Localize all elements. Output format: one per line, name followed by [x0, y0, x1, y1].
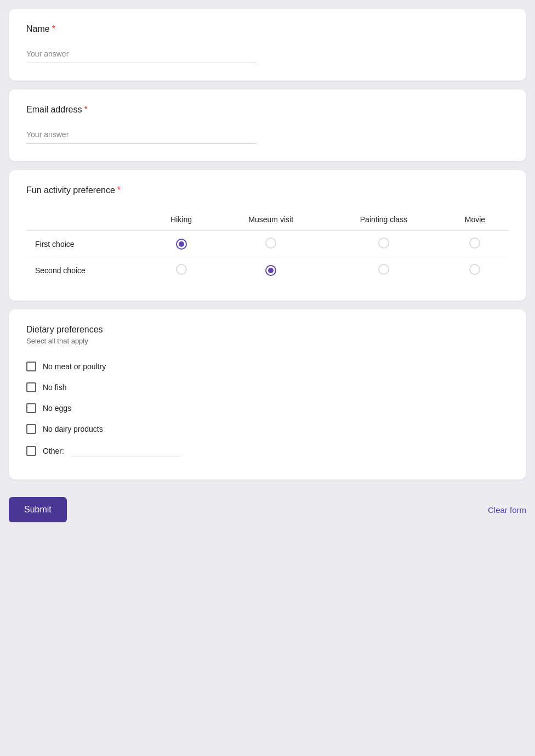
checkbox-item-other[interactable]: Other: [26, 439, 509, 462]
dietary-subtitle: Select all that apply [26, 337, 509, 345]
checkbox-item-dairy[interactable]: No dairy products [26, 419, 509, 439]
checkbox-other-label: Other: [43, 447, 64, 455]
col-empty [26, 208, 147, 231]
footer: Submit Clear form [9, 488, 526, 531]
checkbox-item-eggs[interactable]: No eggs [26, 398, 509, 419]
table-row-second-choice: Second choice [26, 257, 509, 284]
table-row-first-choice: First choice [26, 231, 509, 257]
name-input[interactable] [26, 47, 257, 63]
radio-second-museum[interactable] [215, 257, 326, 284]
name-required-star: * [52, 24, 55, 33]
checkbox-fish-label: No fish [43, 383, 67, 392]
dietary-card: Dietary preferences Select all that appl… [9, 309, 526, 479]
checkbox-meat-label: No meat or poultry [43, 362, 106, 371]
checkbox-dairy[interactable] [26, 424, 36, 434]
radio-first-museum[interactable] [215, 231, 326, 257]
radio-second-hiking-button[interactable] [176, 264, 187, 275]
activity-card: Fun activity preference* Hiking Museum v… [9, 170, 526, 301]
email-required-star: * [84, 105, 87, 114]
radio-second-painting-button[interactable] [378, 264, 389, 275]
checkbox-fish[interactable] [26, 382, 36, 392]
radio-second-hiking[interactable] [147, 257, 216, 284]
dietary-title: Dietary preferences [26, 325, 509, 335]
radio-second-painting[interactable] [326, 257, 441, 284]
radio-first-hiking[interactable] [147, 231, 216, 257]
col-painting: Painting class [326, 208, 441, 231]
name-label: Name* [26, 24, 509, 34]
radio-second-museum-button[interactable] [265, 265, 276, 276]
email-label: Email address* [26, 105, 509, 115]
form-container: Name* Email address* Fun activity prefer… [9, 9, 526, 531]
checkbox-meat[interactable] [26, 362, 36, 371]
checkbox-eggs-label: No eggs [43, 404, 71, 413]
checkbox-other[interactable] [26, 446, 36, 456]
name-label-text: Name [26, 24, 50, 33]
row-label-first: First choice [26, 231, 147, 257]
checkbox-eggs[interactable] [26, 403, 36, 413]
activity-label-text: Fun activity preference [26, 185, 115, 195]
activity-table: Hiking Museum visit Painting class Movie… [26, 208, 509, 283]
activity-required-star: * [117, 185, 121, 195]
col-movie: Movie [441, 208, 509, 231]
name-card: Name* [9, 9, 526, 81]
radio-second-movie-button[interactable] [469, 264, 480, 275]
radio-first-hiking-button[interactable] [176, 239, 187, 250]
checkbox-item-meat[interactable]: No meat or poultry [26, 356, 509, 377]
checkbox-item-fish[interactable]: No fish [26, 377, 509, 398]
radio-first-painting-button[interactable] [378, 238, 389, 249]
radio-second-movie[interactable] [441, 257, 509, 284]
email-card: Email address* [9, 89, 526, 161]
radio-first-painting[interactable] [326, 231, 441, 257]
radio-first-movie-button[interactable] [469, 238, 480, 249]
col-museum: Museum visit [215, 208, 326, 231]
radio-first-museum-button[interactable] [265, 238, 276, 249]
checkbox-dairy-label: No dairy products [43, 425, 103, 433]
activity-label: Fun activity preference* [26, 185, 509, 195]
email-label-text: Email address [26, 105, 82, 114]
clear-form-button[interactable]: Clear form [488, 505, 526, 515]
other-input[interactable] [71, 445, 180, 456]
col-hiking: Hiking [147, 208, 216, 231]
submit-button[interactable]: Submit [9, 497, 67, 522]
row-label-second: Second choice [26, 257, 147, 284]
email-input[interactable] [26, 128, 257, 144]
radio-first-movie[interactable] [441, 231, 509, 257]
